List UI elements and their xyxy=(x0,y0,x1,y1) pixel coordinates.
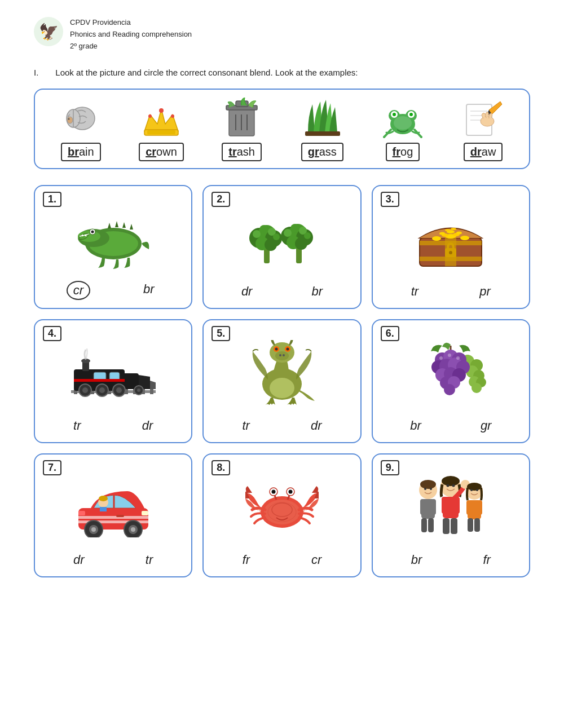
option-2-br[interactable]: br xyxy=(306,283,329,300)
svg-rect-142 xyxy=(100,507,107,511)
svg-rect-170 xyxy=(428,518,434,532)
option-8-fr[interactable]: fr xyxy=(237,551,255,568)
svg-point-123 xyxy=(472,383,482,393)
svg-marker-41 xyxy=(122,222,126,228)
svg-point-137 xyxy=(439,356,443,360)
svg-point-139 xyxy=(456,356,460,360)
broccoli-image xyxy=(243,204,321,272)
svg-marker-39 xyxy=(108,223,111,228)
svg-marker-42 xyxy=(130,224,133,230)
svg-point-189 xyxy=(447,484,450,487)
card-options-1: cr br xyxy=(43,281,183,300)
svg-point-162 xyxy=(288,489,292,493)
option-4-dr[interactable]: dr xyxy=(136,417,159,434)
svg-point-8 xyxy=(148,114,152,118)
dragon-image xyxy=(248,338,316,406)
svg-point-108 xyxy=(275,351,289,360)
option-8-cr[interactable]: cr xyxy=(306,551,327,568)
card-options-4: tr dr xyxy=(43,417,183,434)
svg-point-72 xyxy=(460,236,469,240)
svg-point-79 xyxy=(451,228,456,230)
card-number-3: 3. xyxy=(381,192,399,207)
svg-point-78 xyxy=(445,229,451,231)
svg-rect-90 xyxy=(150,389,153,394)
svg-rect-183 xyxy=(478,500,482,515)
svg-point-100 xyxy=(99,387,105,393)
option-1-br[interactable]: br xyxy=(138,281,160,300)
option-3-tr[interactable]: tr xyxy=(406,283,424,300)
card-number-7: 7. xyxy=(43,460,61,475)
svg-point-98 xyxy=(82,387,88,393)
svg-rect-176 xyxy=(443,518,450,534)
option-6-br[interactable]: br xyxy=(404,417,427,434)
card-options-3: tr pr xyxy=(381,283,521,300)
svg-rect-10 xyxy=(147,130,175,134)
example-frog: frog xyxy=(366,99,439,161)
svg-point-115 xyxy=(270,378,294,398)
exercise-card-1: 1. xyxy=(34,185,192,309)
instructions: I. Look at the picture and circle the co… xyxy=(34,68,530,77)
option-7-dr[interactable]: dr xyxy=(68,551,90,568)
example-brain: brain xyxy=(44,99,117,161)
svg-point-104 xyxy=(137,389,140,392)
svg-point-186 xyxy=(467,483,482,491)
svg-rect-182 xyxy=(466,500,471,515)
card-options-9: br fr xyxy=(381,551,521,568)
card-options-2: dr br xyxy=(211,283,352,300)
card-number-5: 5. xyxy=(211,326,230,341)
svg-rect-154 xyxy=(116,515,124,517)
svg-rect-169 xyxy=(421,518,427,532)
svg-point-113 xyxy=(279,354,281,356)
example-word-grass: grass xyxy=(301,143,343,161)
grade-label: 2º grade xyxy=(70,41,192,52)
option-9-fr[interactable]: fr xyxy=(477,551,496,568)
svg-point-138 xyxy=(448,354,451,357)
svg-point-111 xyxy=(275,347,277,350)
exercise-card-3: 3. xyxy=(372,185,530,309)
card-options-7: dr tr xyxy=(43,551,183,568)
exercise-card-2: 2. xyxy=(202,185,361,309)
school-logo: 🦅 xyxy=(34,17,63,46)
exercise-card-5: 5. xyxy=(202,319,361,443)
exercise-grid: 1. xyxy=(34,185,530,577)
crocodile-image xyxy=(77,204,150,272)
svg-point-3 xyxy=(67,117,73,123)
exercise-card-8: 8. xyxy=(202,453,361,577)
option-5-tr[interactable]: tr xyxy=(236,417,255,434)
svg-point-102 xyxy=(116,387,122,393)
svg-rect-105 xyxy=(74,379,125,382)
card-options-6: br gr xyxy=(381,417,521,434)
example-crown: crown xyxy=(125,99,198,161)
car-image xyxy=(74,473,153,540)
card-number-8: 8. xyxy=(211,460,230,475)
crab-image xyxy=(245,473,319,540)
svg-marker-40 xyxy=(115,221,118,227)
option-6-gr[interactable]: gr xyxy=(475,417,497,434)
svg-point-48 xyxy=(265,239,277,251)
option-5-dr[interactable]: dr xyxy=(305,417,328,434)
svg-point-60 xyxy=(290,224,299,233)
svg-point-112 xyxy=(286,347,289,350)
header: 🦅 CPDV Providencia Phonics and Reading c… xyxy=(34,17,530,52)
svg-point-76 xyxy=(456,232,462,235)
option-7-tr[interactable]: tr xyxy=(140,551,158,568)
example-word-draw: draw xyxy=(464,143,503,161)
option-9-br[interactable]: br xyxy=(406,551,428,568)
svg-point-62 xyxy=(304,232,311,239)
option-2-dr[interactable]: dr xyxy=(236,283,258,300)
card-number-6: 6. xyxy=(381,326,399,341)
card-number-1: 1. xyxy=(43,192,61,207)
card-number-9: 9. xyxy=(381,460,399,475)
exercise-card-6: 6. xyxy=(372,319,530,443)
example-word-frog: frog xyxy=(386,143,420,161)
svg-point-58 xyxy=(295,237,307,250)
option-4-tr[interactable]: tr xyxy=(68,417,86,434)
card-options-8: fr cr xyxy=(211,551,352,568)
svg-point-4 xyxy=(68,118,70,120)
svg-point-143 xyxy=(99,496,108,501)
option-3-pr[interactable]: pr xyxy=(474,283,496,300)
example-draw: draw xyxy=(447,99,520,161)
svg-rect-167 xyxy=(420,499,425,515)
grapes-image xyxy=(411,338,490,406)
option-1-cr[interactable]: cr xyxy=(67,281,90,300)
